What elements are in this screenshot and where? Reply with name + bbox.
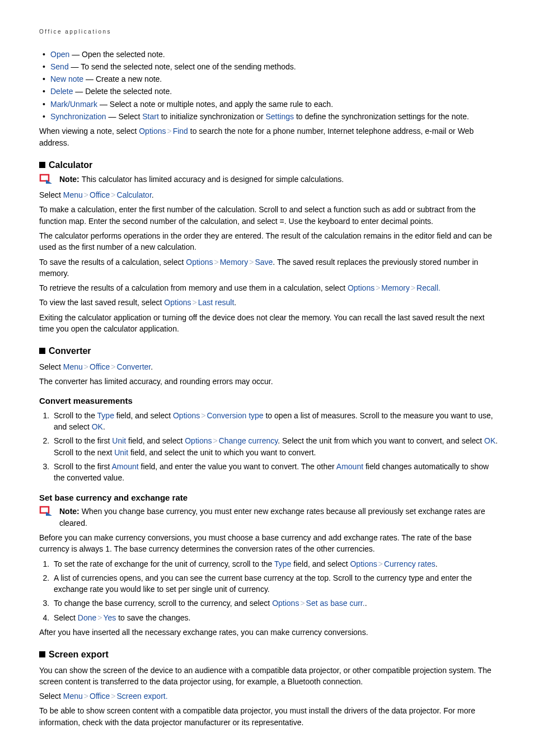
chevron-right-icon: > <box>84 361 88 372</box>
list-item: Delete — Delete the selected note. <box>39 86 498 97</box>
text: . <box>365 599 367 608</box>
note-text: Note: When you change base currency, you… <box>59 506 498 529</box>
option-term: Mark/Unmark <box>50 100 97 109</box>
note-options-list: Open — Open the selected note. Send — To… <box>39 49 498 123</box>
ok-label: OK <box>484 436 495 445</box>
save-label: Save <box>255 258 273 267</box>
screen-export-heading: Screen export <box>39 648 498 661</box>
converter-path: Select Menu>Office>Converter. <box>39 361 498 372</box>
recall-paragraph: To retrieve the results of a calculation… <box>39 282 498 293</box>
list-item: Mark/Unmark — Select a note or multiple … <box>39 99 498 110</box>
chevron-right-icon: > <box>84 690 88 702</box>
text: Select <box>54 613 78 622</box>
text: To view the last saved result, select <box>39 298 164 307</box>
view-note-paragraph: When viewing a note, select Options>Find… <box>39 125 498 148</box>
text: field, and select <box>114 411 173 420</box>
chevron-right-icon: > <box>214 256 219 268</box>
app-label: Converter <box>117 362 151 371</box>
chevron-right-icon: > <box>167 125 171 137</box>
text: To save the results of a calculation, se… <box>39 258 186 267</box>
note-icon <box>39 506 53 518</box>
base-currency-heading: Set base currency and exchange rate <box>39 492 498 504</box>
type-label: Type <box>274 559 291 568</box>
option-settings: Settings <box>265 112 294 121</box>
list-item: Send — To send the selected note, select… <box>39 61 498 72</box>
chevron-right-icon: > <box>376 282 380 293</box>
text: to define the synchronization settings f… <box>294 112 469 121</box>
text: To change the base currency, scroll to t… <box>54 599 272 608</box>
option-desc: — Delete the selected note. <box>73 87 172 96</box>
calculator-path: Select Menu>Office>Calculator. <box>39 189 498 200</box>
save-paragraph: To save the results of a calculation, se… <box>39 256 498 279</box>
list-item: Scroll to the first Unit field, and sele… <box>51 435 498 458</box>
option-desc: — Open the selected note. <box>69 50 165 59</box>
text: Scroll to the first <box>54 436 112 445</box>
option-desc: — Create a new note. <box>83 74 162 83</box>
heading-text: Calculator <box>49 160 92 170</box>
chevron-right-icon: > <box>111 361 115 372</box>
list-item: To change the base currency, scroll to t… <box>51 598 498 609</box>
list-item: A list of currencies opens, and you can … <box>51 572 498 595</box>
menu-label: Menu <box>63 190 83 199</box>
chevron-right-icon: > <box>213 435 217 446</box>
paragraph: Exiting the calculator application or tu… <box>39 312 498 335</box>
screen-export-path: Select Menu>Office>Screen export. <box>39 690 498 702</box>
option-desc: — Select a note or multiple notes, and a… <box>97 100 333 109</box>
square-bullet-icon <box>39 162 45 168</box>
square-bullet-icon <box>39 348 45 354</box>
office-label: Office <box>90 190 110 199</box>
chevron-right-icon: > <box>111 690 115 702</box>
text: to initialize synchronization or <box>159 112 266 121</box>
note-body: When you change base currency, you must … <box>59 507 485 527</box>
text: field, and select the unit to which you … <box>128 448 316 457</box>
menu-label: Menu <box>63 362 83 371</box>
text: . <box>151 362 153 371</box>
list-item: Scroll to the Type field, and select Opt… <box>51 410 498 433</box>
text: field, and enter the value you want to c… <box>139 462 336 471</box>
app-label: Screen export. <box>117 692 168 701</box>
done-label: Done <box>78 613 96 622</box>
chevron-right-icon: > <box>97 612 102 623</box>
chevron-right-icon: > <box>84 189 88 200</box>
options-label: Options <box>185 436 212 445</box>
list-item: To set the rate of exchange for the unit… <box>51 558 498 570</box>
option-term: Open <box>50 50 69 59</box>
option-term: Send <box>50 62 69 71</box>
find-label: Find <box>173 127 188 136</box>
page-header: Office applications <box>39 28 498 36</box>
text: Scroll to the <box>54 411 97 420</box>
amount-label: Amount <box>336 462 363 471</box>
text: . <box>234 298 236 307</box>
chevron-right-icon: > <box>111 189 115 200</box>
options-label: Options <box>186 258 213 267</box>
recall-label: Recall. <box>416 283 441 292</box>
note-text: Note: This calculator has limited accura… <box>59 174 344 186</box>
paragraph: You can show the screen of the device to… <box>39 665 498 688</box>
chevron-right-icon: > <box>249 256 254 268</box>
unit-label: Unit <box>114 448 128 457</box>
chevron-right-icon: > <box>300 598 305 609</box>
options-label: Options <box>139 127 166 136</box>
option-desc: — To send the selected note, select one … <box>69 62 296 71</box>
unit-label: Unit <box>112 436 126 445</box>
list-item: Open — Open the selected note. <box>39 49 498 60</box>
paragraph: The calculator performs operations in th… <box>39 230 498 253</box>
options-label: Options <box>348 283 374 292</box>
type-label: Type <box>97 411 114 420</box>
convert-measurements-heading: Convert measurements <box>39 395 498 407</box>
note-label: Note: <box>59 507 82 516</box>
text: Select <box>39 190 63 199</box>
text: To set the rate of exchange for the unit… <box>54 559 274 568</box>
base-currency-steps: To set the rate of exchange for the unit… <box>39 558 498 623</box>
last-result-paragraph: To view the last saved result, select Op… <box>39 297 498 308</box>
list-item: New note — Create a new note. <box>39 73 498 85</box>
paragraph: The converter has limited accuracy, and … <box>39 376 498 387</box>
note-label: Note: <box>59 175 82 184</box>
text: field, and select <box>291 559 350 568</box>
currency-rates-label: Currency rates <box>384 559 435 568</box>
list-item: Synchronization — Select Start to initia… <box>39 111 498 122</box>
change-currency-label: Change currency <box>219 436 278 445</box>
text: field, and select <box>126 436 185 445</box>
text: Select <box>39 692 63 701</box>
note-icon <box>39 174 53 186</box>
